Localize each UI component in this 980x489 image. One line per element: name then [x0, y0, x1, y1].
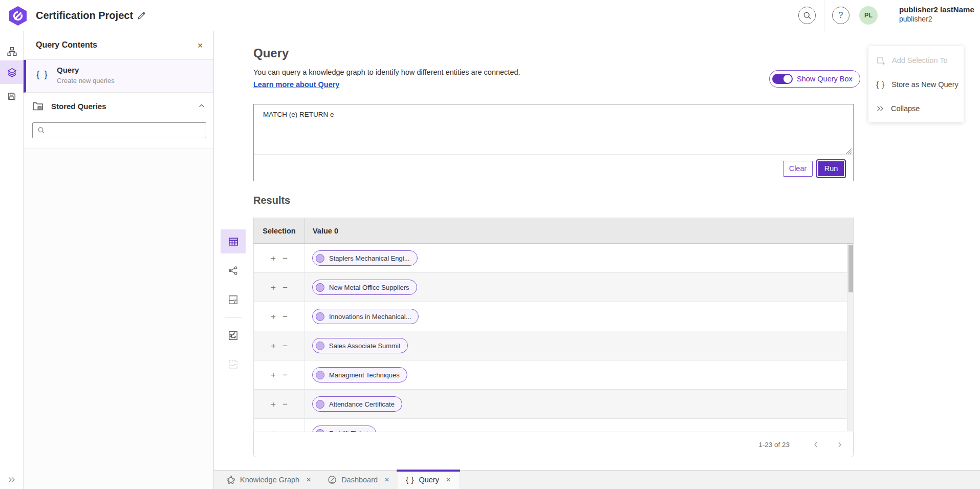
- entity-label: Staplers Mechanical Engi...: [329, 254, 410, 262]
- panel-close-button[interactable]: ✕: [194, 39, 206, 52]
- remove-from-selection-button[interactable]: −: [282, 400, 288, 409]
- entity-dot-icon: [316, 400, 324, 409]
- entity-label: Attendance Certificate: [329, 400, 395, 408]
- map-icon: [228, 295, 238, 305]
- table-view-button[interactable]: [221, 229, 246, 253]
- remove-from-selection-button[interactable]: −: [282, 371, 288, 379]
- avatar[interactable]: PL: [859, 6, 878, 25]
- contents-item-query[interactable]: { } Query Create new queries: [24, 60, 213, 93]
- braces-icon: { }: [876, 80, 885, 89]
- remove-from-selection-button[interactable]: −: [282, 254, 288, 263]
- bottom-tab-bar: Knowledge Graph ✕ Dashboard ✕ { } Query …: [214, 470, 980, 489]
- remove-from-selection-button[interactable]: −: [282, 283, 288, 292]
- chevron-up-icon[interactable]: [198, 102, 205, 110]
- results-heading: Results: [253, 195, 290, 206]
- open-in-map-button[interactable]: [221, 288, 246, 312]
- scrollbar-thumb[interactable]: [848, 245, 853, 292]
- global-search-button[interactable]: [798, 7, 816, 24]
- resize-handle-icon[interactable]: [844, 148, 852, 155]
- learn-more-link[interactable]: Learn more about Query: [253, 80, 339, 89]
- add-to-map-button[interactable]: [221, 324, 246, 348]
- pencil-icon: [137, 11, 146, 20]
- tab-knowledge-graph[interactable]: Knowledge Graph ✕: [218, 471, 319, 489]
- left-icon-rail: [0, 31, 24, 489]
- value-cell: Attendance Certificate: [305, 390, 853, 418]
- query-editor-input[interactable]: MATCH (e) RETURN e: [254, 104, 853, 155]
- add-to-selection-button[interactable]: +: [271, 342, 276, 350]
- clear-button[interactable]: Clear: [783, 161, 813, 177]
- stored-queries-label: Stored Queries: [51, 102, 106, 111]
- selection-cell: + −: [254, 244, 305, 272]
- close-icon[interactable]: ✕: [306, 476, 311, 483]
- column-header-value: Value 0: [305, 218, 853, 243]
- entity-dot-icon: [316, 283, 324, 292]
- sitemap-icon: [7, 47, 17, 56]
- entity-pill[interactable]: New Metal Office Suppliers: [312, 280, 417, 295]
- contents-item-label: Query: [57, 66, 79, 74]
- braces-icon: { }: [406, 476, 414, 484]
- stored-queries-search-input[interactable]: [49, 126, 206, 134]
- app-logo-icon: [8, 6, 28, 26]
- remove-from-selection-button[interactable]: −: [282, 312, 288, 321]
- tab-dashboard[interactable]: Dashboard ✕: [319, 471, 398, 489]
- value-cell: Sales Associate Summit: [305, 331, 853, 360]
- rail-item-data-model[interactable]: [0, 39, 24, 63]
- add-to-selection-button[interactable]: +: [271, 400, 276, 409]
- rail-item-save[interactable]: [0, 84, 24, 108]
- edit-title-button[interactable]: [134, 9, 148, 23]
- query-contents-panel: Query Contents ✕ { } Query Create new qu…: [24, 31, 214, 489]
- entity-pill[interactable]: Sales Associate Summit: [312, 338, 408, 353]
- entity-pill[interactable]: Innovations in Mechanical...: [312, 309, 419, 324]
- rail-item-contents[interactable]: [0, 60, 24, 84]
- results-table-body: + − Staplers Mechanical Engi... + − New …: [253, 244, 854, 432]
- stored-queries-search: [32, 122, 206, 138]
- table-row: + − Forklift Ticket: [254, 419, 853, 432]
- braces-icon: { }: [36, 69, 49, 80]
- add-selection-icon: [876, 56, 885, 65]
- results-scrollbar[interactable]: [847, 244, 853, 431]
- selection-cell: + −: [254, 390, 305, 418]
- panel-header: Query Contents ✕: [24, 31, 213, 60]
- tab-query[interactable]: { } Query ✕: [398, 471, 459, 489]
- column-header-selection: Selection: [254, 218, 305, 243]
- user-name: publisher2 lastName: [899, 5, 974, 15]
- expand-rail-button[interactable]: [0, 471, 24, 489]
- add-to-selection-button[interactable]: +: [271, 312, 276, 321]
- entity-dot-icon: [316, 342, 324, 350]
- user-menu[interactable]: publisher2 lastName publisher2: [899, 5, 974, 24]
- previous-page-button[interactable]: [809, 438, 822, 451]
- pagination-range: 1-23 of 23: [758, 441, 790, 449]
- toggle-switch-icon: [772, 74, 793, 84]
- chevron-right-icon: [836, 441, 843, 448]
- add-to-selection-button[interactable]: +: [271, 371, 276, 379]
- panel-title: Query Contents: [36, 40, 97, 50]
- menu-item-store-as-new-query[interactable]: { } Store as New Query: [868, 72, 964, 96]
- entity-pill[interactable]: Attendance Certificate: [312, 396, 402, 412]
- entity-pill[interactable]: Managment Techniques: [312, 367, 407, 382]
- project-title: Certification Project: [36, 10, 133, 22]
- entity-label: Managment Techniques: [329, 371, 400, 379]
- help-button[interactable]: ?: [832, 7, 850, 24]
- entity-pill[interactable]: Staplers Mechanical Engi...: [312, 250, 418, 266]
- next-page-button[interactable]: [833, 438, 846, 451]
- menu-item-collapse[interactable]: Collapse: [868, 96, 964, 120]
- table-row: + − New Metal Office Suppliers: [254, 273, 853, 302]
- question-mark-icon: ?: [839, 11, 843, 20]
- tab-label: Knowledge Graph: [240, 476, 299, 484]
- chevron-left-icon: [813, 441, 819, 448]
- close-icon[interactable]: ✕: [446, 476, 451, 483]
- remove-from-selection-button[interactable]: −: [282, 342, 288, 350]
- table-row: + − Innovations in Mechanical...: [254, 302, 853, 331]
- entity-pill[interactable]: Forklift Ticket: [312, 426, 376, 432]
- add-to-selection-button[interactable]: +: [271, 283, 276, 292]
- results-view-switcher: [221, 229, 246, 382]
- graph-view-button[interactable]: [221, 259, 246, 283]
- contents-item-description: Create new queries: [57, 77, 115, 84]
- run-button[interactable]: Run: [817, 160, 845, 177]
- show-query-box-toggle[interactable]: Show Query Box: [769, 70, 860, 88]
- stored-queries-header[interactable]: Stored Queries: [24, 96, 213, 118]
- entity-dot-icon: [316, 254, 324, 263]
- entity-label: New Metal Office Suppliers: [329, 284, 409, 291]
- add-to-selection-button[interactable]: +: [271, 254, 276, 263]
- close-icon[interactable]: ✕: [384, 476, 389, 483]
